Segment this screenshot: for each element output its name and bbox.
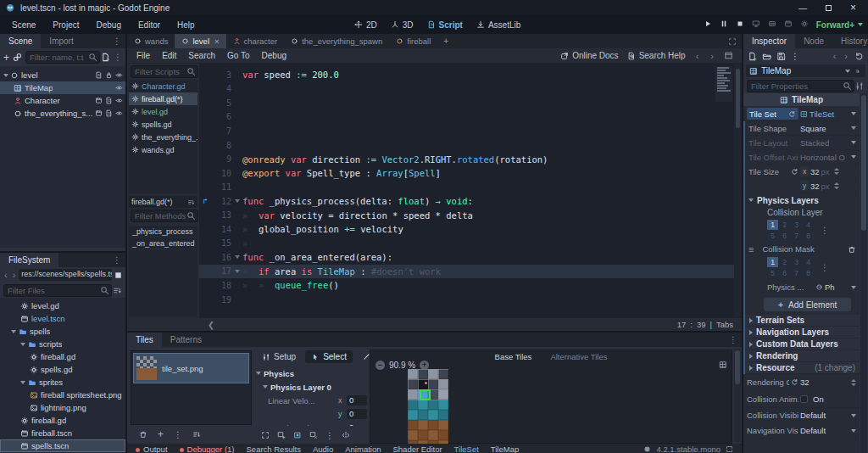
eye-icon[interactable] — [115, 71, 123, 79]
file-spells-tscn[interactable]: spells.tscn — [0, 439, 125, 452]
category-navigation-layers[interactable]: Navigation Layers — [745, 327, 860, 338]
file-scripts[interactable]: scripts — [0, 338, 125, 350]
scene-tab-fireball[interactable]: fireball — [389, 34, 437, 48]
bottom-tab-audio[interactable]: Audio — [313, 445, 333, 453]
bottom-tab-tileset[interactable]: TileSet — [454, 445, 479, 453]
code-line-17[interactable]: 17»if area is TileMap : #doesn't work — [199, 265, 742, 279]
method-_on_area_entered[interactable]: _on_area_entered — [129, 238, 198, 249]
grid-snap-icon[interactable] — [719, 361, 727, 369]
eye-icon[interactable] — [115, 109, 123, 117]
script-item-level-gd[interactable]: level.gd — [129, 105, 198, 118]
physics-layers-section[interactable]: Physics Layers — [745, 193, 860, 207]
bottom-tab-search-results[interactable]: Search Results — [247, 445, 301, 453]
collision-bit-3[interactable]: 3 — [791, 257, 802, 267]
collision-bit-8[interactable]: 8 — [803, 268, 814, 278]
scriptpage-icon[interactable] — [95, 71, 103, 79]
attach-script-button[interactable] — [101, 53, 110, 62]
class-section-header[interactable]: TileMap — [743, 93, 860, 106]
pause-button[interactable] — [720, 20, 728, 30]
bottom-tab-tilemap[interactable]: TileMap — [491, 445, 519, 453]
filter-properties-input[interactable] — [747, 80, 854, 92]
code-line-13[interactable]: 13»var velocity = direction * speed * de… — [199, 208, 742, 222]
gear-button[interactable] — [800, 20, 809, 30]
category-custom-data-layers[interactable]: Custom Data Layers — [745, 338, 860, 350]
code-line-5[interactable]: 5 — [199, 96, 742, 110]
remove-tiles-button[interactable] — [309, 431, 318, 439]
collision-bit-2[interactable]: 2 — [779, 257, 790, 267]
code-line-4[interactable]: 4 — [199, 82, 742, 97]
create-tiles-button[interactable] — [277, 431, 286, 439]
search-help-button[interactable]: Search Help — [627, 51, 686, 60]
tab-inspector[interactable]: Inspector — [743, 34, 795, 48]
add-element-button[interactable]: +Add Element — [764, 298, 851, 311]
scene-tab-character[interactable]: character — [226, 34, 285, 48]
inspector-scrollbar[interactable] — [860, 93, 867, 453]
tile-size-y-property[interactable]: y32px — [745, 179, 860, 193]
bottom-tab-shader-editor[interactable]: Shader Editor — [393, 445, 442, 453]
scene-menu-button[interactable]: ⋮ — [114, 53, 122, 62]
zoom-out-button[interactable]: − — [376, 361, 385, 370]
collision-bit-1[interactable]: 1 — [767, 257, 778, 267]
movie-button[interactable] — [784, 20, 793, 30]
code-line-10[interactable]: 10@export var Spell_type : Array[Spell] — [199, 166, 742, 181]
code-line-11[interactable]: 11 — [199, 180, 742, 194]
script-item-wands-gd[interactable]: wands.gd — [129, 143, 198, 156]
select-tiles-button[interactable] — [293, 431, 302, 439]
code-scrollbar[interactable] — [734, 64, 742, 317]
scriptpage-icon[interactable] — [105, 109, 113, 117]
physics-material-property[interactable]: Physics ... Ph — [745, 280, 860, 294]
code-line-15[interactable]: 15» — [199, 237, 742, 251]
script-menu-debug[interactable]: Debug — [256, 49, 292, 62]
tab-node[interactable]: Node — [795, 34, 832, 48]
delete-source-button[interactable] — [139, 430, 147, 439]
tool-setup[interactable]: Setup — [256, 350, 302, 363]
mask-grid-menu[interactable]: ⋮ — [821, 263, 829, 272]
script-item-character-gd[interactable]: Character.gd — [129, 80, 198, 92]
file-fireball-gd[interactable]: fireball.gd — [0, 350, 125, 363]
filesystem-menu-button[interactable]: ⋮ — [108, 253, 125, 267]
code-editor[interactable]: 3var speed := 200.0456789@onready var di… — [199, 64, 742, 317]
tile-size-x-property[interactable]: Tile Size x32px — [745, 165, 860, 179]
load-resource-button[interactable] — [762, 52, 771, 61]
tile-set-value[interactable]: TileSet — [810, 109, 834, 119]
scene-tab-the-everything-spawn[interactable]: the_everything_spawn — [284, 34, 389, 48]
script-menu-go-to[interactable]: Go To — [221, 49, 256, 62]
filesystem-tab[interactable]: FileSystem — [0, 253, 58, 267]
tile-set-property[interactable]: Tile Set TileSet — [743, 107, 860, 121]
base-tiles-tab[interactable]: Base Tiles — [495, 352, 532, 361]
collision-bit-7[interactable]: 7 — [791, 231, 802, 241]
revert-icon[interactable] — [791, 378, 798, 386]
revert-icon[interactable] — [788, 110, 796, 118]
workspace-3d[interactable]: 3D — [391, 20, 414, 30]
bottom-tab-debugger-1-[interactable]: Debugger (1) — [180, 445, 235, 453]
collision-layer-grid[interactable]: 12345678 — [767, 220, 814, 241]
new-resource-button[interactable] — [748, 52, 757, 61]
flip-h-button[interactable] — [342, 431, 350, 439]
code-minimap[interactable] — [715, 66, 732, 102]
resource-menu-button[interactable]: ⋮ — [791, 52, 799, 61]
add-source-button[interactable]: + — [158, 428, 164, 440]
revert-icon[interactable] — [791, 168, 798, 176]
tile-atlas-view[interactable]: Base Tiles Alternative Tiles − 90.9 % + — [370, 350, 732, 444]
linear-velocity-x[interactable]: 0 — [347, 395, 367, 405]
scene-node-the-everything-s-[interactable]: the_everything_s... — [0, 107, 125, 120]
movie-icon[interactable] — [95, 97, 103, 104]
save-resource-button[interactable] — [776, 52, 786, 61]
float-panel-button[interactable] — [724, 51, 733, 60]
code-line-9[interactable]: 9@onready var direction := Vector2.RIGHT… — [199, 152, 742, 166]
alternative-tiles-tab[interactable]: Alternative Tiles — [550, 352, 607, 361]
collision-bit-5[interactable]: 5 — [767, 268, 778, 278]
category-terrain-sets[interactable]: Terrain Sets — [745, 315, 860, 327]
tool-select[interactable]: Select — [305, 350, 353, 363]
script-menu-search[interactable]: Search — [182, 49, 221, 62]
script-item-spells-gd[interactable]: spells.gd — [129, 118, 198, 131]
delete-layer-button[interactable] — [848, 245, 856, 254]
menu-debug[interactable]: Debug — [89, 18, 127, 32]
tab-scene[interactable]: Scene — [0, 34, 41, 48]
eye-icon[interactable] — [115, 97, 123, 104]
collision-bit-6[interactable]: 6 — [779, 231, 790, 241]
bottom-tab-output[interactable]: Output — [136, 445, 168, 453]
inspector-forward-button[interactable]: › — [843, 51, 849, 61]
close-button[interactable]: × — [850, 2, 856, 14]
file-level-gd[interactable]: level.gd — [0, 299, 125, 312]
